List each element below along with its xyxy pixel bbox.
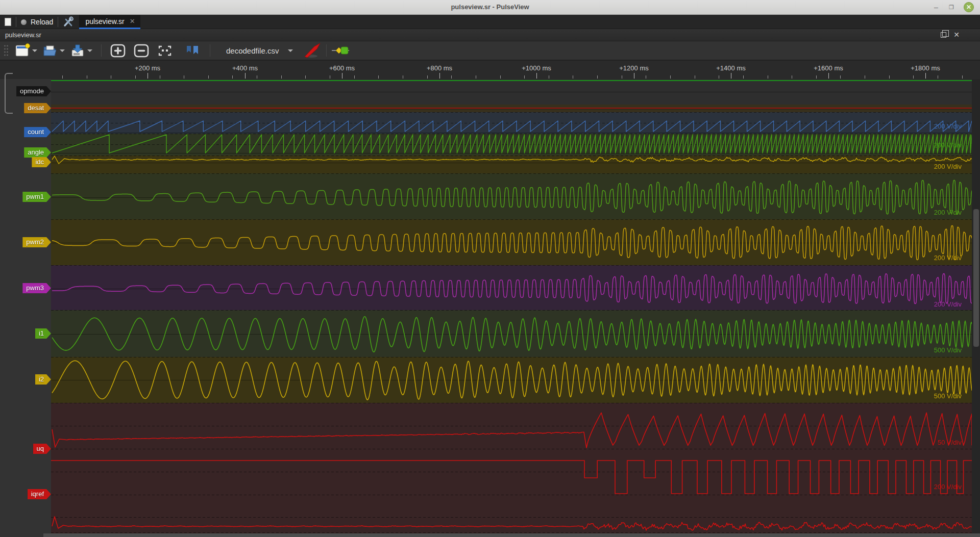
time-ruler[interactable]: +200 ms+400 ms+600 ms+800 ms+1000 ms+120… [0,60,980,79]
ruler-tick-label: +1800 ms [911,64,940,72]
signal-label-iqref[interactable]: iqref [28,489,51,499]
zoom-out-button[interactable] [134,44,149,58]
ruler-minor-tick [500,75,501,79]
ruler-minor-tick [160,75,160,79]
ruler-major-tick [634,73,634,79]
ruler-minor-tick [913,75,914,79]
signal-label-pwm1[interactable]: pwm1 [22,192,51,202]
ruler-minor-tick [281,75,282,79]
zoom-in-button[interactable] [110,44,126,58]
trace-view[interactable]: opmodedesatcount200 V/divangle200 V/divi… [0,79,980,537]
signal-label-i1[interactable]: i1 [35,328,51,339]
tab-close-icon[interactable]: ✕ [130,17,135,25]
signal-label-idc[interactable]: idc [32,157,51,167]
toolbar-grip[interactable] [4,44,9,57]
ruler-minor-tick [378,75,379,79]
signal-label-i2[interactable]: i2 [35,374,51,385]
ruler-minor-tick [305,75,306,79]
main-toolbar: decodedfile.csv [0,41,980,60]
ruler-tick-label: +1400 ms [716,64,745,72]
ruler-major-tick [536,73,537,79]
new-view-icon[interactable] [5,18,11,26]
signal-label-desat[interactable]: desat [24,103,51,113]
vdiv-label-pwm1: 200 V/div [934,209,962,216]
trigger-config-button[interactable] [331,45,350,56]
reload-button[interactable]: Reload [21,18,53,26]
ruler-minor-tick [938,75,938,79]
ruler-minor-tick [597,75,598,79]
ruler-minor-tick [816,75,817,79]
vertical-scrollbar[interactable] [972,79,980,533]
ruler-tick-label: +1000 ms [522,64,551,72]
ruler-minor-tick [840,75,841,79]
signal-label-angle[interactable]: angle [24,147,51,158]
ruler-minor-tick [622,75,622,79]
window-titlebar[interactable]: pulseview.sr - PulseView – ❐ ✕ [0,0,980,15]
dock-panel-header[interactable]: pulseview.sr ✕ [0,29,980,41]
signal-label-uq[interactable]: uq [33,444,51,454]
vdiv-label-angle: 200 V/div [934,141,962,149]
new-session-button[interactable] [15,43,40,58]
ruler-major-tick [828,73,829,79]
vdiv-label-idc: 200 V/div [934,163,962,170]
ruler-major-tick [342,73,342,79]
signal-label-pwm3[interactable]: pwm3 [22,283,51,293]
ruler-minor-tick [184,75,184,79]
vdiv-label-pwm2: 200 V/div [934,254,962,262]
ruler-tick-label: +1600 ms [814,64,843,72]
zoom-fit-button[interactable] [157,44,173,58]
open-folder-icon [42,43,58,58]
ruler-major-tick [245,73,246,79]
ruler-minor-tick [403,75,403,79]
horizontal-scrollbar[interactable] [43,533,980,537]
ruler-tick-label: +1200 ms [619,64,648,72]
scrollbar-thumb[interactable] [973,209,979,347]
session-tab-bar: Reload pulseview.sr ✕ [0,15,980,29]
save-icon [70,43,85,58]
close-button[interactable]: ✕ [964,2,974,12]
open-file-button[interactable] [42,43,68,58]
chevron-down-icon [288,49,293,52]
signal-label-opmode[interactable]: opmode [16,86,51,96]
probe-pen-icon[interactable] [303,43,322,58]
session-settings-icon[interactable] [63,16,74,28]
ruler-tick-label: +400 ms [232,64,258,72]
ruler-minor-tick [427,75,428,79]
ruler-minor-tick [524,75,525,79]
ruler-minor-tick [451,75,452,79]
capture-file-select[interactable]: decodedfile.csv [226,46,279,55]
trace-group-bracket[interactable] [5,73,13,114]
ruler-minor-tick [646,75,646,79]
cursors-toggle-button[interactable] [184,44,201,57]
ruler-minor-tick [208,75,209,79]
ruler-minor-tick [865,75,865,79]
signal-label-count[interactable]: count [24,127,51,137]
vdiv-label-uq: 50 V/div [938,439,962,446]
session-tab[interactable]: pulseview.sr ✕ [79,15,140,29]
ruler-minor-tick [135,75,136,79]
divider [16,17,16,27]
ruler-minor-tick [257,75,257,79]
ruler-minor-tick [962,75,963,79]
ruler-tick-label: +800 ms [427,64,452,72]
divider [210,44,210,57]
ruler-minor-tick [354,75,355,79]
vdiv-label-iqref: 200 V/div [934,483,962,491]
vdiv-label-i2: 500 V/div [934,392,962,400]
waveform-canvas[interactable] [51,79,972,533]
ruler-tick-label: +600 ms [329,64,355,72]
chevron-down-icon [87,49,92,52]
ruler-minor-tick [719,75,719,79]
vdiv-label-pwm3: 200 V/div [934,300,962,308]
panel-title: pulseview.sr [5,31,41,39]
restore-button[interactable]: ❐ [946,3,957,12]
signal-label-pwm2[interactable]: pwm2 [22,237,51,247]
float-panel-icon[interactable] [941,32,946,38]
panel-close-icon[interactable]: ✕ [953,31,960,39]
minimize-button[interactable]: – [931,3,941,12]
reload-label: Reload [31,18,53,26]
chevron-down-icon [32,49,37,52]
save-file-button[interactable] [70,43,95,58]
ruler-minor-tick [743,75,744,79]
ruler-major-tick [731,73,731,79]
